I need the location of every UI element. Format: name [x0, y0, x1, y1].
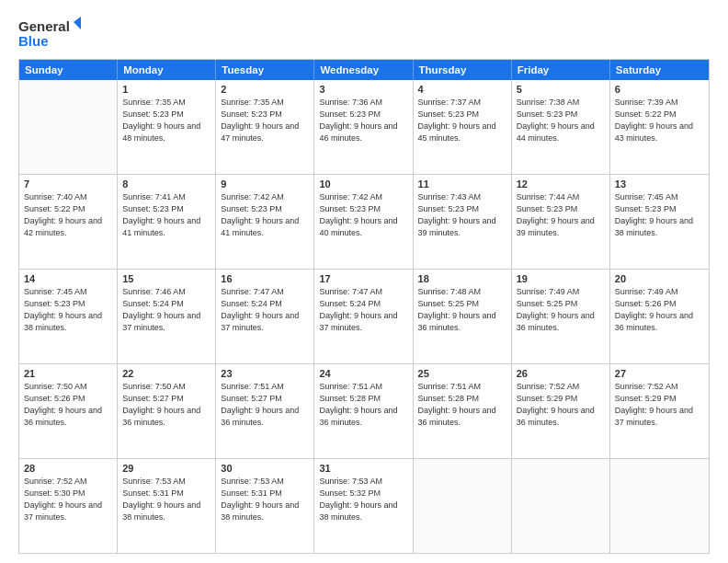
cell-info: Sunrise: 7:53 AM Sunset: 5:31 PM Dayligh…	[122, 476, 210, 523]
weekday-header: Thursday	[414, 60, 512, 80]
calendar-cell: 23Sunrise: 7:51 AM Sunset: 5:27 PM Dayli…	[216, 364, 314, 458]
day-number: 29	[122, 463, 210, 474]
cell-info: Sunrise: 7:40 AM Sunset: 5:22 PM Dayligh…	[24, 191, 112, 239]
calendar-cell: 2Sunrise: 7:35 AM Sunset: 5:23 PM Daylig…	[216, 80, 314, 174]
cell-info: Sunrise: 7:52 AM Sunset: 5:29 PM Dayligh…	[517, 381, 605, 429]
weekday-header: Friday	[512, 60, 610, 80]
day-number: 10	[319, 178, 407, 190]
cell-info: Sunrise: 7:35 AM Sunset: 5:23 PM Dayligh…	[221, 97, 309, 144]
day-number: 25	[418, 368, 506, 379]
calendar-cell: 6Sunrise: 7:39 AM Sunset: 5:22 PM Daylig…	[610, 80, 709, 174]
cell-info: Sunrise: 7:45 AM Sunset: 5:23 PM Dayligh…	[615, 191, 704, 239]
day-number: 9	[221, 178, 309, 190]
day-number: 24	[319, 368, 407, 379]
calendar-cell	[610, 459, 709, 553]
cell-info: Sunrise: 7:52 AM Sunset: 5:29 PM Dayligh…	[615, 381, 704, 429]
calendar-cell: 1Sunrise: 7:35 AM Sunset: 5:23 PM Daylig…	[118, 80, 216, 174]
calendar-cell: 9Sunrise: 7:42 AM Sunset: 5:23 PM Daylig…	[216, 175, 314, 269]
calendar-row: 21Sunrise: 7:50 AM Sunset: 5:26 PM Dayli…	[19, 364, 709, 459]
day-number: 5	[517, 84, 605, 95]
calendar-cell: 26Sunrise: 7:52 AM Sunset: 5:29 PM Dayli…	[512, 364, 610, 458]
day-number: 6	[615, 84, 704, 95]
day-number: 31	[319, 463, 407, 474]
weekday-header: Sunday	[19, 60, 118, 80]
calendar-cell: 11Sunrise: 7:43 AM Sunset: 5:23 PM Dayli…	[414, 175, 512, 269]
calendar-cell: 7Sunrise: 7:40 AM Sunset: 5:22 PM Daylig…	[19, 175, 118, 269]
cell-info: Sunrise: 7:52 AM Sunset: 5:30 PM Dayligh…	[24, 476, 112, 523]
calendar-row: 14Sunrise: 7:45 AM Sunset: 5:23 PM Dayli…	[19, 270, 709, 364]
calendar-cell: 22Sunrise: 7:50 AM Sunset: 5:27 PM Dayli…	[118, 364, 216, 458]
header: GeneralBlue	[18, 17, 710, 50]
calendar-cell: 31Sunrise: 7:53 AM Sunset: 5:32 PM Dayli…	[314, 459, 413, 553]
day-number: 3	[319, 84, 407, 95]
day-number: 20	[615, 273, 704, 284]
day-number: 15	[122, 273, 210, 284]
weekday-header: Wednesday	[314, 60, 413, 80]
calendar-cell: 5Sunrise: 7:38 AM Sunset: 5:23 PM Daylig…	[512, 80, 610, 174]
calendar-cell: 4Sunrise: 7:37 AM Sunset: 5:23 PM Daylig…	[414, 80, 512, 174]
calendar-cell: 8Sunrise: 7:41 AM Sunset: 5:23 PM Daylig…	[118, 175, 216, 269]
cell-info: Sunrise: 7:49 AM Sunset: 5:26 PM Dayligh…	[615, 286, 704, 334]
svg-text:Blue: Blue	[18, 33, 49, 49]
day-number: 8	[122, 178, 210, 190]
cell-info: Sunrise: 7:35 AM Sunset: 5:23 PM Dayligh…	[122, 97, 210, 144]
calendar-row: 7Sunrise: 7:40 AM Sunset: 5:22 PM Daylig…	[19, 175, 709, 270]
calendar-header: SundayMondayTuesdayWednesdayThursdayFrid…	[19, 60, 709, 80]
day-number: 18	[418, 273, 506, 284]
day-number: 30	[221, 463, 309, 474]
calendar-cell: 18Sunrise: 7:48 AM Sunset: 5:25 PM Dayli…	[414, 270, 512, 363]
day-number: 17	[319, 273, 407, 284]
weekday-header: Saturday	[610, 60, 709, 80]
cell-info: Sunrise: 7:51 AM Sunset: 5:28 PM Dayligh…	[319, 381, 407, 429]
calendar-cell: 30Sunrise: 7:53 AM Sunset: 5:31 PM Dayli…	[216, 459, 314, 553]
calendar-cell: 17Sunrise: 7:47 AM Sunset: 5:24 PM Dayli…	[314, 270, 413, 363]
day-number: 27	[615, 368, 704, 379]
cell-info: Sunrise: 7:51 AM Sunset: 5:27 PM Dayligh…	[221, 381, 309, 429]
cell-info: Sunrise: 7:53 AM Sunset: 5:31 PM Dayligh…	[221, 476, 309, 523]
calendar-cell: 3Sunrise: 7:36 AM Sunset: 5:23 PM Daylig…	[314, 80, 413, 174]
day-number: 22	[122, 368, 210, 379]
day-number: 16	[221, 273, 309, 284]
day-number: 1	[122, 84, 210, 95]
cell-info: Sunrise: 7:42 AM Sunset: 5:23 PM Dayligh…	[221, 191, 309, 239]
svg-text:General: General	[18, 18, 70, 34]
day-number: 7	[24, 178, 112, 190]
cell-info: Sunrise: 7:46 AM Sunset: 5:24 PM Dayligh…	[122, 286, 210, 334]
calendar-cell: 13Sunrise: 7:45 AM Sunset: 5:23 PM Dayli…	[610, 175, 709, 269]
cell-info: Sunrise: 7:48 AM Sunset: 5:25 PM Dayligh…	[418, 286, 506, 334]
weekday-header: Monday	[118, 60, 216, 80]
calendar-cell	[512, 459, 610, 553]
calendar-cell: 10Sunrise: 7:42 AM Sunset: 5:23 PM Dayli…	[314, 175, 413, 269]
cell-info: Sunrise: 7:44 AM Sunset: 5:23 PM Dayligh…	[517, 191, 605, 239]
day-number: 11	[418, 178, 506, 190]
cell-info: Sunrise: 7:43 AM Sunset: 5:23 PM Dayligh…	[418, 191, 506, 239]
cell-info: Sunrise: 7:42 AM Sunset: 5:23 PM Dayligh…	[319, 191, 407, 239]
calendar-cell: 27Sunrise: 7:52 AM Sunset: 5:29 PM Dayli…	[610, 364, 709, 458]
calendar-cell	[414, 459, 512, 553]
calendar-row: 28Sunrise: 7:52 AM Sunset: 5:30 PM Dayli…	[19, 459, 709, 553]
svg-marker-2	[74, 17, 81, 29]
cell-info: Sunrise: 7:51 AM Sunset: 5:28 PM Dayligh…	[418, 381, 506, 429]
cell-info: Sunrise: 7:50 AM Sunset: 5:27 PM Dayligh…	[122, 381, 210, 429]
day-number: 12	[517, 178, 605, 190]
day-number: 21	[24, 368, 112, 379]
cell-info: Sunrise: 7:38 AM Sunset: 5:23 PM Dayligh…	[517, 97, 605, 144]
day-number: 2	[221, 84, 309, 95]
cell-info: Sunrise: 7:37 AM Sunset: 5:23 PM Dayligh…	[418, 97, 506, 144]
cell-info: Sunrise: 7:53 AM Sunset: 5:32 PM Dayligh…	[319, 476, 407, 523]
calendar-cell: 25Sunrise: 7:51 AM Sunset: 5:28 PM Dayli…	[414, 364, 512, 458]
cell-info: Sunrise: 7:36 AM Sunset: 5:23 PM Dayligh…	[319, 97, 407, 144]
day-number: 4	[418, 84, 506, 95]
weekday-header: Tuesday	[216, 60, 314, 80]
day-number: 13	[615, 178, 704, 190]
day-number: 28	[24, 463, 112, 474]
calendar-cell: 20Sunrise: 7:49 AM Sunset: 5:26 PM Dayli…	[610, 270, 709, 363]
calendar-cell: 29Sunrise: 7:53 AM Sunset: 5:31 PM Dayli…	[118, 459, 216, 553]
day-number: 14	[24, 273, 112, 284]
logo-svg: GeneralBlue	[18, 17, 92, 50]
day-number: 23	[221, 368, 309, 379]
cell-info: Sunrise: 7:41 AM Sunset: 5:23 PM Dayligh…	[122, 191, 210, 239]
calendar: SundayMondayTuesdayWednesdayThursdayFrid…	[18, 59, 710, 554]
calendar-cell: 19Sunrise: 7:49 AM Sunset: 5:25 PM Dayli…	[512, 270, 610, 363]
cell-info: Sunrise: 7:39 AM Sunset: 5:22 PM Dayligh…	[615, 97, 704, 144]
